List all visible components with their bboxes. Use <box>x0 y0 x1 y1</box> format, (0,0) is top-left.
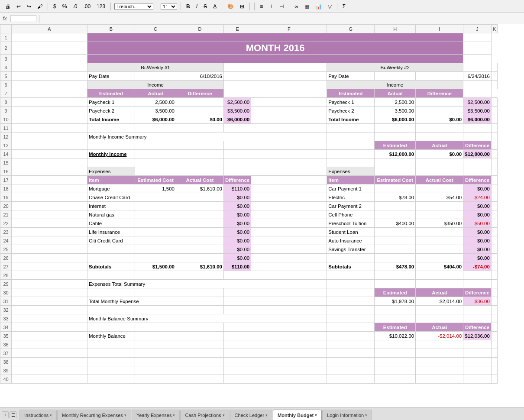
col-header-d[interactable]: D <box>176 25 224 33</box>
exp-total-diff-header: Difference <box>463 288 492 297</box>
col-header-c[interactable]: C <box>135 25 176 33</box>
sheet-wrapper[interactable]: A B C D E F G H I J K 1 2 <box>0 24 524 407</box>
link-icon[interactable]: ∞ <box>293 3 300 10</box>
comment-icon[interactable]: ▦ <box>303 3 311 10</box>
add-sheet-button[interactable]: + <box>2 411 9 418</box>
decimal1-icon[interactable]: .0 <box>71 3 79 10</box>
table-row: 12 Monthly Income Summary <box>0 132 498 141</box>
row-1[interactable]: 1 <box>0 33 12 42</box>
carpay1-diff: $0.00 <box>463 184 492 193</box>
number-format-icon[interactable]: 123 <box>95 3 107 10</box>
row-7[interactable]: 7 <box>0 89 12 98</box>
table-row: 14 Monthly Income $12,000.00 $0.00 $12,0… <box>0 150 498 158</box>
row-10[interactable]: 10 <box>0 115 12 124</box>
fx-label: fx <box>3 15 7 22</box>
align-left-icon[interactable]: ≡ <box>258 3 265 10</box>
tab-monthly-recurring-label: Monthly Recurring Expenses <box>62 413 123 418</box>
font-size-select[interactable]: 11 <box>161 3 177 10</box>
bold-button[interactable]: B <box>184 3 192 10</box>
exp-item-2: Item <box>327 176 375 184</box>
table-row: 25 $0.00 Savings Transfer $0.00 <box>0 245 498 254</box>
tab-login-label: Login Information <box>327 413 364 418</box>
exp-total-diff: -$36.00 <box>463 297 492 306</box>
subtotals-est-1: $1,500.00 <box>135 262 176 271</box>
table-row: 7 Estimated Actual Difference Estimated … <box>0 89 498 98</box>
tab-instructions[interactable]: Instructions ▾ <box>19 410 57 420</box>
sum-icon[interactable]: Σ <box>341 3 347 10</box>
sheet-list-button[interactable]: ☰ <box>10 411 16 418</box>
format-painter-icon[interactable]: 🖌 <box>36 3 44 10</box>
percent-icon[interactable]: % <box>61 3 69 10</box>
row-5[interactable]: 5 <box>0 72 12 81</box>
col-header-f[interactable]: F <box>251 25 327 33</box>
row-8[interactable]: 8 <box>0 98 12 107</box>
monthly-diff-header: Difference <box>463 141 492 150</box>
balance-act-header: Actual <box>416 323 463 332</box>
table-row: 29 Expenses Total Summary <box>0 280 498 288</box>
print-icon[interactable]: 🖨 <box>3 3 12 10</box>
align-right-icon[interactable]: ⊣ <box>278 3 285 10</box>
row-3[interactable]: 3 <box>0 55 12 63</box>
tab-login-arrow: ▾ <box>365 413 367 417</box>
underline-button[interactable]: A <box>211 3 218 10</box>
tab-monthly-recurring[interactable]: Monthly Recurring Expenses ▾ <box>57 410 131 420</box>
borders-icon[interactable]: ⊞ <box>238 3 246 10</box>
cable-diff: $0.00 <box>224 219 251 228</box>
row-2[interactable]: 2 <box>0 42 12 55</box>
currency-icon[interactable]: $ <box>52 3 58 10</box>
row-4[interactable]: 4 <box>0 63 12 72</box>
row-9[interactable]: 9 <box>0 107 12 115</box>
tab-cash[interactable]: Cash Projections ▾ <box>180 410 229 420</box>
table-row: 17 Item Estimated Cost Actual Cost Diffe… <box>0 176 498 184</box>
col-header-j[interactable]: J <box>463 25 492 33</box>
total-income-actual-2: $0.00 <box>416 115 463 124</box>
chart-icon[interactable]: 📊 <box>314 3 323 10</box>
font-select[interactable]: Trebuch... <box>114 3 153 10</box>
chase-diff: $0.00 <box>224 193 251 202</box>
row-6[interactable]: 6 <box>0 81 12 89</box>
strikethrough-button[interactable]: S <box>202 3 209 10</box>
table-row: 16 Expenses Expenses <box>0 167 498 176</box>
mortgage-est: 1,500 <box>135 184 176 193</box>
cellphone-diff: $0.00 <box>463 210 492 219</box>
col-header-h[interactable]: H <box>375 25 416 33</box>
biweekly2-header: Bi-Weekly #2 <box>327 63 463 72</box>
col-header-a[interactable]: A <box>12 25 87 33</box>
tab-bar: + ☰ Instructions ▾ Monthly Recurring Exp… <box>0 407 524 420</box>
formula-input[interactable] <box>42 16 521 22</box>
preschool-est: $400.00 <box>375 219 416 228</box>
total-income-label-1: Total Income <box>87 115 135 124</box>
paycheck2-est-1: 3,500.00 <box>135 107 176 115</box>
align-center-icon[interactable]: ⊥ <box>267 3 275 10</box>
tab-yearly[interactable]: Yearly Expenses ▾ <box>132 410 180 420</box>
filter-icon[interactable]: ▽ <box>326 3 333 10</box>
italic-button[interactable]: I <box>194 3 199 10</box>
chase-label: Chase Credit Card <box>87 193 135 202</box>
decimal2-icon[interactable]: .00 <box>81 3 92 10</box>
col-header-e[interactable]: E <box>224 25 251 33</box>
tab-monthly-budget[interactable]: Monthly Budget ▾ <box>273 410 322 420</box>
undo-icon[interactable]: ↩ <box>15 3 23 10</box>
highlight-icon[interactable]: 🎨 <box>226 3 236 10</box>
monthly-income-actual: $0.00 <box>416 150 463 158</box>
biweekly1-header: Bi-Weekly #1 <box>87 63 224 72</box>
col-header-k[interactable]: K <box>491 25 497 33</box>
cell-reference[interactable] <box>10 15 36 22</box>
subtotals-diff-1: $110.00 <box>224 262 251 271</box>
exp-diff-1: Difference <box>224 176 251 184</box>
tab-check-ledger[interactable]: Check Ledger ▾ <box>230 410 273 420</box>
carpay1-label: Car Payment 1 <box>327 184 375 193</box>
tab-login[interactable]: Login Information ▾ <box>322 410 372 420</box>
table-row: 22 Cable $0.00 Preschool Tuition $400.00… <box>0 219 498 228</box>
paycheck2-label-2: Paycheck 2 <box>327 107 375 115</box>
monthly-income-label: Monthly Income <box>87 150 135 158</box>
citi-label: Citi Credit Card <box>87 236 135 245</box>
table-row: 27 Subtotals $1,500.00 $1,610.00 $110.00… <box>0 262 498 271</box>
preschool-actual: $350.00 <box>416 219 463 228</box>
col-header-b[interactable]: B <box>87 25 135 33</box>
col-header-i[interactable]: I <box>416 25 463 33</box>
balance-actual: -$2,014.00 <box>416 332 463 340</box>
col-header-g[interactable]: G <box>327 25 375 33</box>
table-row: 4 Bi-Weekly #1 Bi-Weekly #2 <box>0 63 498 72</box>
redo-icon[interactable]: ↪ <box>25 3 33 10</box>
